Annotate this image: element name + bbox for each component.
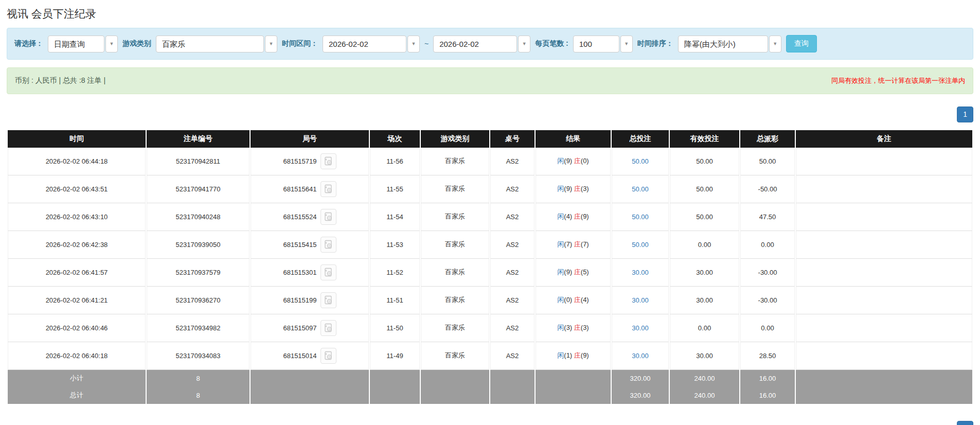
cell-result: 闲(7) 庄(7) bbox=[536, 231, 611, 259]
chevron-down-icon[interactable]: ▼ bbox=[265, 36, 277, 52]
total-label: 总计 bbox=[8, 387, 146, 404]
cell-session: 11-51 bbox=[370, 287, 420, 314]
cell-table-no: AS2 bbox=[490, 175, 534, 203]
cell-bet-id: 523170936270 bbox=[147, 287, 250, 314]
banker-result-value: (3) bbox=[581, 185, 589, 192]
cell-total-bet-link[interactable]: 50.00 bbox=[632, 241, 649, 249]
cell-bet-id: 523170937579 bbox=[147, 259, 250, 287]
total-valid-bet: 240.00 bbox=[670, 387, 739, 404]
date-from-select[interactable]: 2026-02-02 ▼ bbox=[323, 36, 420, 52]
view-video-button[interactable] bbox=[320, 292, 336, 308]
date-to-select[interactable]: 2026-02-02 ▼ bbox=[433, 36, 530, 52]
cell-bet-id: 523170942811 bbox=[147, 148, 250, 175]
cell-total-bet-link[interactable]: 50.00 bbox=[632, 185, 649, 193]
page-size-select[interactable]: 100 ▼ bbox=[573, 36, 633, 52]
cell-payout: -30.00 bbox=[740, 259, 795, 287]
banker-result-label: 庄 bbox=[574, 185, 581, 192]
view-video-button[interactable] bbox=[320, 264, 336, 280]
date-to-value[interactable]: 2026-02-02 bbox=[433, 36, 517, 52]
player-result-value: (7) bbox=[564, 240, 572, 248]
pagination-top: 1 bbox=[7, 107, 973, 122]
cell-remark bbox=[796, 203, 972, 231]
date-from-value[interactable]: 2026-02-02 bbox=[323, 36, 406, 52]
cell-round-id: 681515199 bbox=[283, 296, 316, 304]
view-video-button[interactable] bbox=[320, 348, 336, 364]
chevron-down-icon[interactable]: ▼ bbox=[620, 36, 633, 52]
cell-session: 11-50 bbox=[370, 314, 420, 342]
sort-order-select[interactable]: 降幂(由大到小) ▼ bbox=[678, 36, 781, 52]
cell-valid-bet: 50.00 bbox=[670, 148, 739, 175]
cell-time: 2026-02-02 06:43:51 bbox=[8, 175, 146, 203]
player-result-value: (4) bbox=[564, 213, 572, 220]
page-button-1[interactable]: 1 bbox=[957, 107, 973, 122]
query-button[interactable]: 查询 bbox=[786, 35, 817, 52]
table-body: 2026-02-02 06:44:18 523170942811 6815157… bbox=[8, 148, 972, 370]
cell-total-bet-link[interactable]: 50.00 bbox=[632, 157, 649, 165]
cell-remark bbox=[796, 231, 972, 259]
cell-session: 11-53 bbox=[370, 231, 420, 259]
view-video-button[interactable] bbox=[320, 153, 336, 169]
cell-time: 2026-02-02 06:40:46 bbox=[8, 314, 146, 342]
col-header-session: 场次 bbox=[370, 130, 420, 148]
chevron-down-icon[interactable]: ▼ bbox=[407, 36, 420, 52]
query-type-select[interactable]: 日期查询 ▼ bbox=[48, 36, 118, 52]
table-row: 2026-02-02 06:41:21 523170936270 6815151… bbox=[8, 287, 972, 314]
view-video-button[interactable] bbox=[320, 320, 336, 336]
cell-table-no: AS2 bbox=[490, 314, 534, 342]
chevron-down-icon[interactable]: ▼ bbox=[769, 36, 781, 52]
player-result-label: 闲 bbox=[557, 240, 564, 248]
chevron-down-icon[interactable]: ▼ bbox=[518, 36, 530, 52]
banker-result-label: 庄 bbox=[574, 213, 581, 220]
summary-bar: 币别 : 人民币 | 总共 :8 注单 | 同局有效投注，统一计算在该局第一张注… bbox=[7, 67, 973, 94]
view-video-button[interactable] bbox=[320, 209, 336, 225]
cell-total-bet-link[interactable]: 30.00 bbox=[632, 269, 649, 276]
sort-order-label: 时间排序： bbox=[637, 39, 673, 48]
cell-round-id: 681515014 bbox=[283, 352, 316, 360]
page-button-1[interactable]: 1 bbox=[957, 421, 973, 425]
view-video-button[interactable] bbox=[320, 181, 336, 197]
banker-result-value: (7) bbox=[581, 240, 589, 248]
player-result-label: 闲 bbox=[557, 351, 564, 359]
cell-game-type: 百家乐 bbox=[421, 148, 489, 175]
cell-total-bet-link[interactable]: 50.00 bbox=[632, 213, 649, 221]
player-result-value: (3) bbox=[564, 324, 572, 331]
player-result-label: 闲 bbox=[557, 185, 564, 192]
col-header-valid-bet: 有效投注 bbox=[670, 130, 739, 148]
video-record-icon bbox=[323, 184, 333, 194]
subtotal-label: 小计 bbox=[8, 370, 146, 387]
subtotal-valid-bet: 240.00 bbox=[670, 370, 739, 387]
cell-total-bet-link[interactable]: 30.00 bbox=[632, 352, 649, 360]
game-type-label: 游戏类别 bbox=[122, 39, 151, 48]
player-result-label: 闲 bbox=[557, 296, 564, 304]
query-type-value[interactable]: 日期查询 bbox=[48, 36, 104, 52]
cell-round-id: 681515097 bbox=[283, 324, 316, 332]
col-header-payout: 总派彩 bbox=[740, 130, 795, 148]
game-type-value[interactable]: 百家乐 bbox=[156, 36, 264, 52]
cell-result: 闲(9) 庄(0) bbox=[536, 148, 611, 175]
filter-bar: 请选择： 日期查询 ▼ 游戏类别 百家乐 ▼ 时间区间： 2026-02-02 … bbox=[7, 28, 973, 60]
cell-remark bbox=[796, 287, 972, 314]
cell-valid-bet: 30.00 bbox=[670, 259, 739, 287]
banker-result-label: 庄 bbox=[574, 296, 581, 304]
cell-valid-bet: 50.00 bbox=[670, 175, 739, 203]
cell-result: 闲(4) 庄(9) bbox=[536, 203, 611, 231]
cell-valid-bet: 30.00 bbox=[670, 342, 739, 370]
cell-session: 11-56 bbox=[370, 148, 420, 175]
game-type-select[interactable]: 百家乐 ▼ bbox=[156, 36, 277, 52]
video-record-icon bbox=[323, 350, 333, 361]
cell-valid-bet: 0.00 bbox=[670, 314, 739, 342]
total-row: 总计 8 320.00 240.00 16.00 bbox=[8, 387, 972, 404]
cell-total-bet-link[interactable]: 30.00 bbox=[632, 296, 649, 304]
cell-bet-id: 523170939050 bbox=[147, 231, 250, 259]
cell-total-bet-link[interactable]: 30.00 bbox=[632, 324, 649, 332]
sort-order-value[interactable]: 降幂(由大到小) bbox=[678, 36, 768, 52]
notice-text: 同局有效投注，统一计算在该局第一张注单内 bbox=[831, 76, 965, 85]
chevron-down-icon[interactable]: ▼ bbox=[105, 36, 118, 52]
view-video-button[interactable] bbox=[320, 237, 336, 253]
banker-result-label: 庄 bbox=[574, 324, 581, 331]
page-size-value[interactable]: 100 bbox=[573, 36, 619, 52]
cell-remark bbox=[796, 314, 972, 342]
cell-time: 2026-02-02 06:44:18 bbox=[8, 148, 146, 175]
cell-result: 闲(3) 庄(3) bbox=[536, 314, 611, 342]
banker-result-label: 庄 bbox=[574, 157, 581, 165]
